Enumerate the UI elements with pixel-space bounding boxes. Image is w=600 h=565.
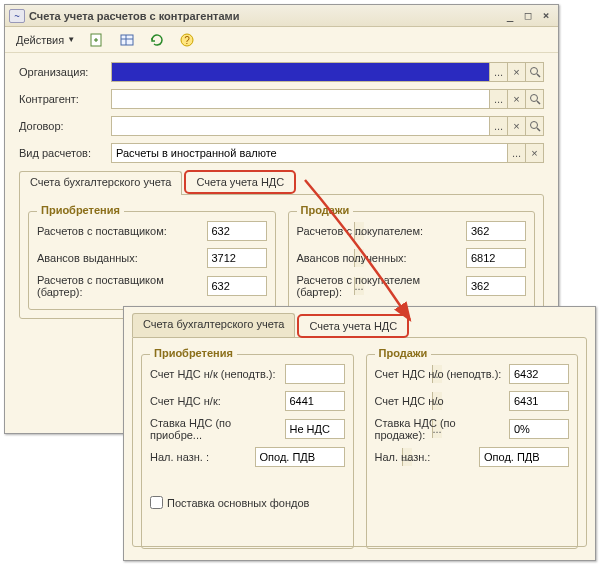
sell-rate-input[interactable] [510, 420, 600, 438]
tab-nds-2[interactable]: Счета учета НДС [297, 314, 409, 338]
vidras-input[interactable] [112, 144, 507, 162]
group-buy: Приобретения Расчетов с поставщиком: ...… [28, 211, 276, 310]
no-input[interactable] [510, 392, 600, 410]
tab-pane-accounting: Приобретения Расчетов с поставщиком: ...… [19, 194, 544, 319]
no-row: Счет НДС н/о ... [375, 390, 570, 412]
toolbar-help-button[interactable]: ? [174, 30, 200, 50]
no-label: Счет НДС н/о [375, 395, 510, 407]
dogovor-input[interactable] [112, 117, 489, 135]
customer-input[interactable] [467, 222, 600, 240]
svg-point-12 [530, 122, 537, 129]
fixed-assets-checkbox[interactable] [150, 496, 163, 509]
no-unconf-field: ... [509, 364, 569, 384]
customer-field: ... [466, 221, 526, 241]
nk-row: Счет НДС н/к: ... [150, 390, 345, 412]
search-button[interactable] [526, 62, 544, 82]
clear-button[interactable]: × [507, 117, 525, 135]
minimize-button[interactable]: _ [502, 9, 518, 23]
buy-rate-label: Ставка НДС (по приобре... [150, 417, 285, 441]
sell-rate-label: Ставка НДС (по продаже): [375, 417, 510, 441]
toolbar-add-button[interactable] [84, 30, 110, 50]
group-buy-legend: Приобретения [37, 204, 124, 216]
advance-in-field: ... [466, 248, 526, 268]
ellipsis-button[interactable]: ... [489, 90, 507, 108]
tabs-row: Счета бухгалтерского учета Счета учета Н… [19, 170, 544, 194]
search-icon [529, 120, 541, 132]
supplier-label: Расчетов с поставщиком: [37, 225, 207, 237]
svg-point-8 [530, 68, 537, 75]
vidras-label: Вид расчетов: [19, 147, 111, 159]
close-button[interactable]: × [538, 9, 554, 23]
app-icon: ~ [9, 9, 25, 23]
no-unconf-label: Счет НДС н/о (неподтв.): [375, 368, 510, 380]
group-sell-legend-2: Продажи [375, 347, 432, 359]
supplier-barter-label: Расчетов с поставщиком (бартер): [37, 274, 207, 298]
advance-out-field: ... [207, 248, 267, 268]
customer-barter-input[interactable] [467, 277, 600, 295]
doc-plus-icon [89, 32, 105, 48]
maximize-button[interactable]: □ [520, 9, 536, 23]
refresh-icon [149, 32, 165, 48]
customer-barter-field: ... [466, 276, 526, 296]
kontragent-field: ... × [111, 89, 526, 109]
group-buy-legend-2: Приобретения [150, 347, 237, 359]
toolbar-table-button[interactable] [114, 30, 140, 50]
tab-nds[interactable]: Счета учета НДС [184, 170, 296, 194]
svg-line-9 [537, 74, 540, 77]
sell-nazn-field: ... [479, 447, 569, 467]
no-field: ... [509, 391, 569, 411]
search-button[interactable] [526, 116, 544, 136]
sell-rate-field: ... [509, 419, 569, 439]
vidras-row: Вид расчетов: ... × [19, 142, 544, 164]
sell-nazn-row: Нал. назн.: ... [375, 446, 570, 468]
nk-unconf-field: ... [285, 364, 345, 384]
advance-in-row: Авансов полученных: ... [297, 247, 527, 269]
group-sell-2: Продажи Счет НДС н/о (неподтв.): ... Сче… [366, 354, 579, 549]
no-unconf-input[interactable] [510, 365, 600, 383]
svg-line-11 [537, 101, 540, 104]
sell-nazn-input[interactable] [480, 448, 600, 466]
clear-button[interactable]: × [507, 90, 525, 108]
ellipsis-button[interactable]: ... [489, 63, 507, 81]
buy-rate-row: Ставка НДС (по приобре... ... [150, 417, 345, 441]
advance-in-label: Авансов полученных: [297, 252, 467, 264]
nk-unconf-row: Счет НДС н/к (неподтв.): ... [150, 363, 345, 385]
kontragent-row: Контрагент: ... × [19, 88, 544, 110]
sell-rate-row: Ставка НДС (по продаже): ... [375, 417, 570, 441]
kontragent-input[interactable] [112, 90, 489, 108]
customer-barter-label: Расчетов с покупателем (бартер): [297, 274, 467, 298]
search-button[interactable] [526, 89, 544, 109]
tab-accounting[interactable]: Счета бухгалтерского учета [19, 171, 182, 195]
group-sell-legend: Продажи [297, 204, 354, 216]
advance-in-input[interactable] [467, 249, 600, 267]
toolbar-refresh-button[interactable] [144, 30, 170, 50]
supplier-row: Расчетов с поставщиком: ... [37, 220, 267, 242]
actions-menu[interactable]: Действия ▼ [11, 30, 80, 50]
dropdown-icon: ▼ [67, 35, 75, 44]
form-body: Организация: ... × Контрагент: ... × Дог… [5, 53, 558, 327]
clear-button[interactable]: × [507, 63, 525, 81]
org-row: Организация: ... × [19, 61, 544, 83]
advance-out-row: Авансов выданных: ... [37, 247, 267, 269]
customer-barter-row: Расчетов с покупателем (бартер): ... [297, 274, 527, 298]
help-icon: ? [179, 32, 195, 48]
ellipsis-button[interactable]: ... [489, 117, 507, 135]
buy-nazn-row: Нал. назн. : ... [150, 446, 345, 468]
vidras-field: ... × [111, 143, 544, 163]
search-icon [529, 66, 541, 78]
dogovor-field: ... × [111, 116, 526, 136]
table-icon [119, 32, 135, 48]
buy-rate-field: ... [285, 419, 345, 439]
dogovor-row: Договор: ... × [19, 115, 544, 137]
advance-out-label: Авансов выданных: [37, 252, 207, 264]
tab-accounting-2[interactable]: Счета бухгалтерского учета [132, 313, 295, 337]
window-title: Счета учета расчетов с контрагентами [29, 10, 239, 22]
group-sell: Продажи Расчетов с покупателем: ... Аван… [288, 211, 536, 310]
tab-pane-nds: Приобретения Счет НДС н/к (неподтв.): ..… [132, 337, 587, 547]
tabs-row-2: Счета бухгалтерского учета Счета учета Н… [132, 313, 587, 337]
svg-point-10 [530, 95, 537, 102]
ellipsis-button[interactable]: ... [507, 144, 525, 162]
clear-button[interactable]: × [525, 144, 543, 162]
dogovor-label: Договор: [19, 120, 111, 132]
org-input[interactable] [112, 63, 489, 81]
